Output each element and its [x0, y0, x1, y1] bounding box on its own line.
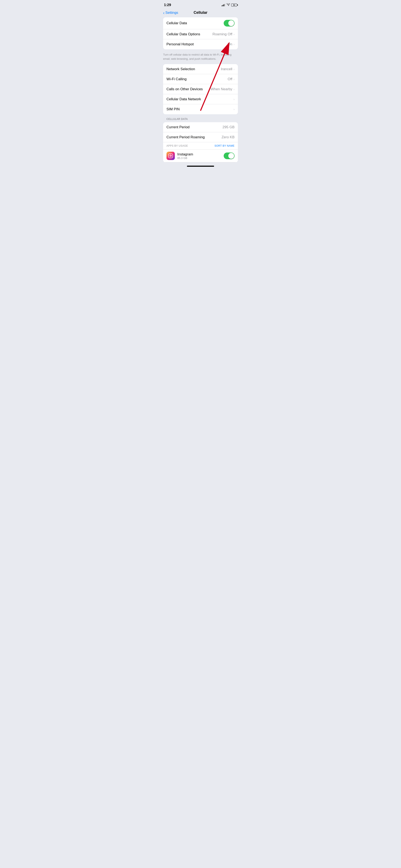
chevron-right-icon: › [234, 98, 235, 101]
calls-other-devices-value: When Nearby [211, 87, 232, 91]
cellular-data-row[interactable]: Cellular Data [163, 17, 238, 29]
back-label: Settings [165, 11, 178, 15]
second-settings-group: Network Selection Irancell › Wi-Fi Calli… [163, 64, 238, 114]
network-selection-label: Network Selection [166, 67, 195, 71]
current-period-roaming-row: Current Period Roaming Zero KB [163, 132, 238, 142]
instagram-app-row: Instagram 85.3 GB [163, 150, 238, 162]
nav-bar: ‹ Settings Cellular [160, 9, 241, 17]
toggle-knob [228, 20, 234, 26]
back-button[interactable]: ‹ Settings [163, 11, 178, 15]
apps-by-usage-label: Apps by Usage [166, 144, 188, 147]
current-period-roaming-value: Zero KB [222, 135, 235, 140]
chevron-right-icon: › [234, 42, 235, 46]
cellular-data-network-label: Cellular Data Network [166, 97, 201, 101]
instagram-size: 85.3 GB [177, 156, 224, 160]
network-selection-row[interactable]: Network Selection Irancell › [163, 64, 238, 74]
current-period-label: Current Period [166, 125, 190, 129]
home-indicator [160, 164, 241, 167]
personal-hotspot-value: On [228, 42, 233, 46]
second-settings-card: Network Selection Irancell › Wi-Fi Calli… [163, 64, 238, 114]
chevron-right-icon: › [234, 33, 235, 36]
status-icons: 84 [222, 3, 237, 7]
cellular-data-options-value: Roaming Off [212, 32, 232, 36]
instagram-toggle[interactable] [224, 153, 235, 159]
chevron-right-icon: › [234, 88, 235, 91]
personal-hotspot-label: Personal Hotspot [166, 42, 194, 46]
chevron-right-icon: › [234, 107, 235, 111]
chevron-right-icon: › [234, 67, 235, 71]
network-selection-value: Irancell [221, 67, 233, 71]
wifi-calling-row[interactable]: Wi-Fi Calling Off › [163, 74, 238, 84]
wifi-calling-value: Off [228, 77, 232, 81]
home-bar [187, 166, 214, 167]
cellular-data-description: Turn off cellular data to restrict all d… [160, 51, 241, 64]
cellular-data-options-row[interactable]: Cellular Data Options Roaming Off › [163, 29, 238, 39]
chevron-right-icon: › [234, 78, 235, 81]
sim-pin-row[interactable]: SIM PIN › [163, 104, 238, 114]
page-title: Cellular [194, 10, 207, 15]
status-time: 1:29 [164, 3, 171, 7]
current-period-roaming-label: Current Period Roaming [166, 135, 205, 140]
calls-other-devices-label: Calls on Other Devices [166, 87, 203, 91]
cellular-data-stats-group: Current Period 295 GB Current Period Roa… [163, 122, 238, 162]
wifi-calling-label: Wi-Fi Calling [166, 77, 186, 81]
first-settings-card: Cellular Data Cellular Data Options Roam… [163, 17, 238, 49]
instagram-icon [166, 152, 175, 160]
personal-hotspot-row[interactable]: Personal Hotspot On › [163, 39, 238, 49]
cellular-data-network-row[interactable]: Cellular Data Network › [163, 94, 238, 104]
instagram-info: Instagram 85.3 GB [177, 152, 224, 160]
cellular-data-options-label: Cellular Data Options [166, 32, 200, 36]
apps-by-usage-header: Apps by Usage Sort by Name [163, 142, 238, 150]
sort-by-name-button[interactable]: Sort by Name [215, 144, 235, 147]
first-settings-group: Cellular Data Cellular Data Options Roam… [163, 17, 238, 49]
cellular-data-section-header: Cellular Data [160, 116, 241, 122]
signal-bars-icon [222, 4, 225, 6]
cellular-data-stats-card: Current Period 295 GB Current Period Roa… [163, 122, 238, 162]
cellular-data-options-right: Roaming Off › [212, 32, 235, 36]
battery-icon: 84 [231, 4, 237, 6]
calls-other-devices-row[interactable]: Calls on Other Devices When Nearby › [163, 84, 238, 94]
back-chevron-icon: ‹ [163, 11, 164, 15]
current-period-row: Current Period 295 GB [163, 122, 238, 132]
current-period-value: 295 GB [222, 125, 235, 129]
personal-hotspot-right: On › [228, 42, 235, 46]
status-bar: 1:29 84 [160, 0, 241, 9]
cellular-data-label: Cellular Data [166, 21, 187, 25]
cellular-data-toggle[interactable] [224, 20, 235, 27]
wifi-icon [226, 3, 230, 7]
sim-pin-label: SIM PIN [166, 107, 180, 111]
instagram-name: Instagram [177, 152, 224, 156]
